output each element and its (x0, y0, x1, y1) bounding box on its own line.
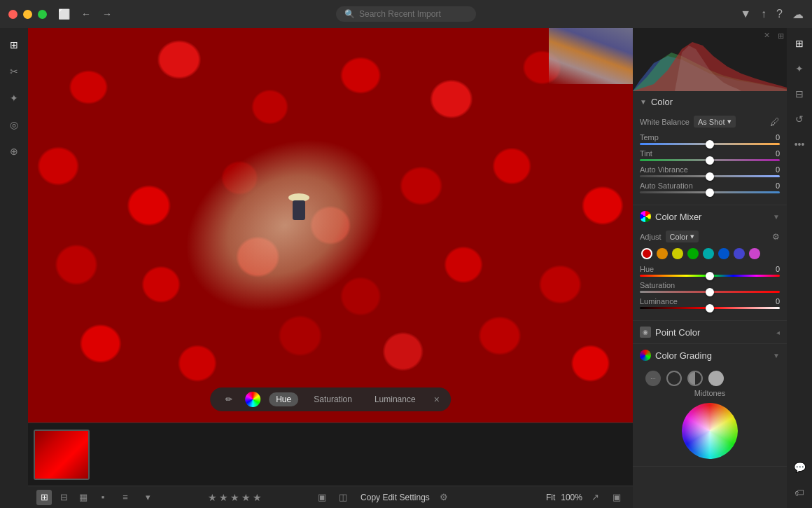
luminance-slider[interactable] (640, 307, 780, 309)
comment-icon[interactable]: 💬 (790, 458, 809, 477)
crop-icon[interactable]: ✂ (3, 60, 25, 83)
tab-saturation[interactable]: Saturation (307, 392, 359, 406)
auto-saturation-value: 0 (776, 181, 780, 190)
color-dot-teal[interactable] (703, 248, 714, 259)
luminance-thumb[interactable] (706, 304, 714, 313)
sidebar-toggle-icon[interactable]: ⬜ (58, 8, 70, 20)
forward-icon[interactable]: → (102, 8, 112, 20)
export-icon[interactable]: ↑ (761, 8, 766, 20)
tint-thumb[interactable] (706, 156, 714, 165)
cg-highlight-circle[interactable] (666, 371, 682, 386)
luminance-value: 0 (776, 297, 780, 306)
tab-luminance[interactable]: Luminance (368, 392, 423, 406)
copy-edit-settings-button[interactable]: Copy Edit Settings (356, 491, 434, 504)
auto-vibrance-slider[interactable] (640, 175, 780, 177)
temp-slider[interactable] (640, 143, 780, 145)
search-bar[interactable]: 🔍 (336, 6, 476, 22)
color-section-content: White Balance As Shot ▾ 🖊 Temp 0 (633, 113, 787, 205)
histogram-close-icon[interactable]: ✕ (764, 31, 770, 40)
layout-icon[interactable]: ◫ (335, 490, 351, 505)
help-icon[interactable]: ? (776, 8, 783, 20)
hue-sat-toolbar: ✏ Hue Saturation Luminance × (210, 387, 451, 411)
color-grading-section: ⠀ Color Grading ▼ ⋯ M (633, 344, 787, 467)
adjust-row: Adjust Color ▾ ⚙ (640, 231, 780, 242)
color-dot-blue[interactable] (718, 248, 729, 259)
person-body (293, 200, 305, 220)
grid-large-icon[interactable]: ▦ (76, 490, 91, 505)
cg-global-circle[interactable] (708, 371, 724, 386)
sort-icon[interactable]: ≡ (118, 490, 133, 505)
white-balance-picker-icon[interactable]: 🖊 (770, 116, 780, 128)
star-4[interactable]: ★ (241, 492, 251, 503)
close-button[interactable] (8, 10, 18, 19)
color-mixer-header[interactable]: Color Mixer ▼ (633, 205, 787, 228)
color-dot-indigo[interactable] (734, 248, 745, 259)
tag-icon[interactable]: 🏷 (790, 483, 809, 502)
white-balance-dropdown[interactable]: As Shot ▾ (694, 116, 736, 128)
adjust-dropdown[interactable]: Color ▾ (666, 231, 699, 242)
cg-midtone-circle[interactable] (687, 371, 703, 386)
adjust-gear-icon[interactable]: ⚙ (772, 232, 780, 242)
tab-hue[interactable]: Hue (269, 392, 298, 406)
luminance-label: Luminance (640, 297, 678, 306)
tools-icon[interactable]: ⊞ (3, 34, 25, 56)
saturation-thumb[interactable] (706, 288, 714, 296)
history-panel-icon[interactable]: ↺ (790, 109, 809, 129)
edit-settings-gear-icon[interactable]: ⚙ (440, 492, 448, 502)
color-grading-header[interactable]: ⠀ Color Grading ▼ (633, 344, 787, 366)
saturation-slider[interactable] (640, 291, 780, 293)
star-1[interactable]: ★ (208, 492, 217, 503)
adjustments-panel-icon[interactable]: ⊞ (790, 34, 809, 53)
more-panel-icon[interactable]: ••• (790, 135, 809, 154)
color-dot-red[interactable] (641, 248, 652, 259)
brush-tool-icon[interactable]: ✏ (221, 392, 237, 407)
color-grading-wheel[interactable] (682, 403, 738, 459)
histogram-expand-icon[interactable]: ⊞ (778, 32, 784, 40)
hue-thumb[interactable] (706, 272, 714, 280)
minimize-button[interactable] (23, 10, 32, 19)
temp-thumb[interactable] (706, 140, 714, 149)
temp-slider-row: Temp 0 (640, 133, 780, 145)
color-section-header[interactable]: ▼ Color (633, 91, 787, 113)
grid-small-icon[interactable]: ⊞ (36, 490, 52, 505)
color-dot-yellow[interactable] (672, 248, 683, 259)
color-wheel-mini-icon[interactable] (245, 392, 260, 407)
color-mixer-content: Adjust Color ▾ ⚙ (633, 228, 787, 320)
search-input[interactable] (359, 9, 457, 19)
color-dot-orange[interactable] (657, 248, 668, 259)
point-color-header[interactable]: ◉ Point Color ◂ (633, 321, 787, 343)
toolbar-close-button[interactable]: × (434, 394, 440, 405)
heal-icon[interactable]: ✦ (3, 87, 25, 109)
auto-vibrance-thumb[interactable] (706, 172, 714, 181)
hue-slider[interactable] (640, 275, 780, 277)
single-view-icon[interactable]: ▪ (95, 490, 111, 505)
color-dot-magenta[interactable] (749, 248, 760, 259)
crop-panel-icon[interactable]: ⊟ (790, 84, 809, 104)
star-2[interactable]: ★ (219, 492, 228, 503)
auto-saturation-slider[interactable] (640, 191, 780, 193)
back-icon[interactable]: ← (81, 8, 91, 20)
cloud-icon[interactable]: ☁ (792, 8, 804, 21)
sort-arrow-icon[interactable]: ▾ (140, 490, 155, 505)
redeye-icon[interactable]: ⊕ (3, 140, 25, 163)
compare-icon[interactable]: ▣ (314, 490, 330, 505)
color-dot-green[interactable] (687, 248, 699, 259)
auto-saturation-thumb[interactable] (706, 188, 714, 197)
tint-slider[interactable] (640, 159, 780, 161)
share-icon[interactable]: ↗ (588, 490, 603, 505)
grid-medium-icon[interactable]: ⊟ (56, 490, 71, 505)
filmstrip-thumb[interactable] (34, 430, 90, 480)
cg-shadow-icon[interactable]: ⋯ (645, 371, 661, 386)
zoom-level: 100% (561, 493, 582, 502)
star-3[interactable]: ★ (230, 492, 239, 503)
color-section: ▼ Color White Balance As Shot ▾ 🖊 Temp (633, 91, 787, 205)
title-bar: ⬜ ← → 🔍 ▼ ↑ ? ☁ (0, 0, 812, 28)
color-grading-label: Midtones (633, 389, 787, 397)
maximize-button[interactable] (38, 10, 47, 19)
mask-icon[interactable]: ◎ (3, 114, 25, 136)
white-balance-label: White Balance (640, 118, 690, 126)
filter-icon[interactable]: ▼ (740, 8, 751, 20)
star-5[interactable]: ★ (253, 492, 262, 503)
presets-panel-icon[interactable]: ✦ (790, 59, 809, 78)
compare-view-icon[interactable]: ▣ (609, 490, 624, 505)
